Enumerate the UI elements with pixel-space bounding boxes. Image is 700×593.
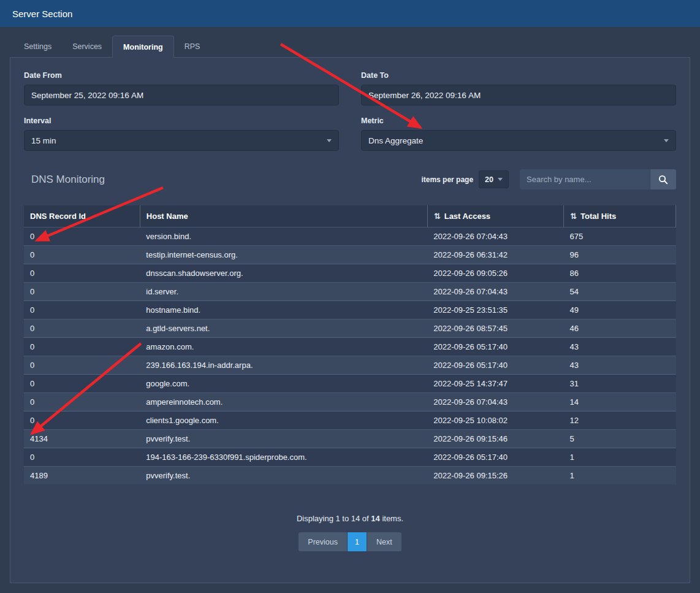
search-box (520, 169, 676, 189)
cell-dns-record-id: 0 (24, 375, 140, 393)
search-icon (658, 175, 668, 185)
app-header: Server Section (0, 0, 700, 27)
cell-host-name: google.com. (140, 375, 427, 393)
cell-dns-record-id: 0 (24, 264, 140, 283)
tab-rps[interactable]: RPS (174, 36, 211, 57)
date-to-label: Date To (361, 71, 676, 80)
cell-host-name: 239.166.163.194.in-addr.arpa. (140, 356, 427, 375)
cell-host-name: dnsscan.shadowserver.org. (140, 264, 427, 283)
table-row: 0 amazon.com. 2022-09-26 05:17:40 43 (24, 338, 676, 356)
metric-label: Metric (361, 117, 676, 125)
cell-last-access: 2022-09-26 05:17:40 (427, 338, 563, 356)
filters-grid: Date From Date To Interval 15 min Metric… (24, 71, 676, 151)
cell-total-hits: 96 (564, 246, 676, 264)
cell-dns-record-id: 0 (24, 319, 140, 338)
date-from-field: Date From (24, 71, 339, 105)
cell-last-access: 2022-09-26 06:31:42 (427, 246, 563, 264)
table-row: 0 version.bind. 2022-09-26 07:04:43 675 (24, 228, 676, 246)
tab-services[interactable]: Services (62, 36, 112, 57)
cell-host-name: clients1.google.com. (140, 411, 427, 430)
cell-total-hits: 12 (564, 411, 676, 430)
cell-dns-record-id: 0 (24, 411, 140, 430)
tab-settings[interactable]: Settings (13, 36, 62, 57)
list-controls: items per page 20 (421, 169, 676, 189)
cell-last-access: 2022-09-26 09:15:46 (427, 430, 563, 448)
table-section-header: DNS Monitoring items per page 20 (24, 169, 676, 189)
cell-last-access: 2022-09-26 07:04:43 (427, 283, 563, 301)
cell-total-hits: 675 (564, 228, 676, 246)
cell-dns-record-id: 0 (24, 283, 140, 301)
tab-monitoring[interactable]: Monitoring (112, 36, 174, 58)
sort-icon: ⇅ (434, 212, 441, 221)
cell-total-hits: 86 (564, 264, 676, 283)
cell-total-hits: 1 (564, 467, 676, 485)
cell-last-access: 2022-09-25 14:37:47 (427, 375, 563, 393)
cell-total-hits: 14 (564, 393, 676, 411)
table-row: 0 194-163-166-239-6330f991.spiderprobe.c… (24, 448, 676, 467)
cell-dns-record-id: 4189 (24, 467, 140, 485)
cell-total-hits: 43 (564, 356, 676, 375)
cell-last-access: 2022-09-25 23:51:35 (427, 301, 563, 319)
interval-select[interactable]: 15 min (24, 130, 339, 151)
dns-monitoring-table: DNS Record Id Host Name ⇅Last Access ⇅To… (24, 205, 676, 484)
previous-page-button[interactable]: Previous (299, 532, 347, 551)
page-title: Server Section (12, 9, 72, 19)
interval-field: Interval 15 min (24, 117, 339, 151)
monitoring-panel: Date From Date To Interval 15 min Metric… (10, 57, 690, 583)
results-summary: Displaying 1 to 14 of 14 items. (24, 514, 676, 523)
summary-suffix: items. (380, 514, 403, 523)
page-number-button[interactable]: 1 (348, 532, 367, 551)
column-header-host-name: Host Name (140, 205, 427, 228)
cell-dns-record-id: 0 (24, 246, 140, 264)
items-per-page-select[interactable]: 20 (479, 170, 509, 188)
cell-host-name: 194-163-166-239-6330f991.spiderprobe.com… (140, 448, 427, 467)
cell-total-hits: 1 (564, 448, 676, 467)
cell-last-access: 2022-09-26 07:04:43 (427, 228, 563, 246)
cell-total-hits: 54 (564, 283, 676, 301)
items-per-page-label: items per page (421, 175, 473, 184)
date-from-label: Date From (24, 71, 339, 80)
search-input[interactable] (520, 169, 650, 189)
cell-host-name: a.gtld-servers.net. (140, 319, 427, 338)
date-to-field: Date To (361, 71, 676, 105)
sort-icon: ⇅ (570, 212, 577, 221)
cell-last-access: 2022-09-26 09:15:26 (427, 467, 563, 485)
column-header-last-access[interactable]: ⇅Last Access (427, 205, 563, 228)
cell-total-hits: 49 (564, 301, 676, 319)
date-to-input[interactable] (361, 85, 676, 105)
section-title: DNS Monitoring (24, 174, 105, 186)
cell-dns-record-id: 4134 (24, 430, 140, 448)
cell-dns-record-id: 0 (24, 301, 140, 319)
summary-total: 14 (371, 514, 379, 523)
interval-selected-value: 15 min (31, 136, 56, 145)
cell-host-name: testip.internet-census.org. (140, 246, 427, 264)
cell-last-access: 2022-09-25 10:08:02 (427, 411, 563, 430)
column-header-last-access-label: Last Access (444, 212, 490, 221)
search-button[interactable] (650, 169, 676, 189)
cell-total-hits: 46 (564, 319, 676, 338)
metric-selected-value: Dns Aggregate (368, 136, 423, 145)
next-page-button[interactable]: Next (367, 532, 401, 551)
interval-label: Interval (24, 117, 339, 125)
cell-total-hits: 5 (564, 430, 676, 448)
chevron-down-icon (498, 178, 503, 181)
column-header-total-hits-label: Total Hits (580, 212, 616, 221)
table-row: 0 ampereinnotech.com. 2022-09-26 07:04:4… (24, 393, 676, 411)
cell-host-name: hostname.bind. (140, 301, 427, 319)
chevron-down-icon (664, 139, 669, 142)
table-row: 0 hostname.bind. 2022-09-25 23:51:35 49 (24, 301, 676, 319)
cell-host-name: version.bind. (140, 228, 427, 246)
cell-last-access: 2022-09-26 07:04:43 (427, 393, 563, 411)
cell-host-name: pvverify.test. (140, 467, 427, 485)
cell-host-name: amazon.com. (140, 338, 427, 356)
table-row: 4134 pvverify.test. 2022-09-26 09:15:46 … (24, 430, 676, 448)
cell-dns-record-id: 0 (24, 448, 140, 467)
column-header-total-hits[interactable]: ⇅Total Hits (564, 205, 676, 228)
date-from-input[interactable] (24, 85, 339, 105)
pagination: Previous 1 Next (24, 532, 676, 551)
table-row: 4189 pvverify.test. 2022-09-26 09:15:26 … (24, 467, 676, 485)
content-area: Settings Services Monitoring RPS Date Fr… (0, 27, 700, 583)
items-per-page-value: 20 (485, 175, 493, 184)
table-header-row: DNS Record Id Host Name ⇅Last Access ⇅To… (24, 205, 676, 228)
metric-select[interactable]: Dns Aggregate (361, 130, 676, 151)
